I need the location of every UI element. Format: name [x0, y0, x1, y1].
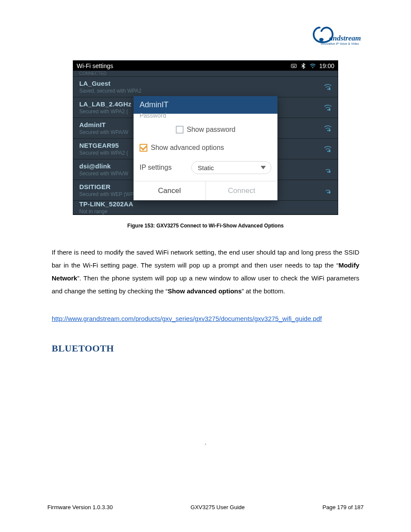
show-advanced-label: Show advanced options	[151, 144, 224, 152]
wifi-network-list: CONNECTED LA_GuestSaved, secured with WP…	[73, 71, 338, 215]
footer-firmware: Firmware Version 1.0.3.30	[47, 504, 113, 510]
wifi-signal-icon	[323, 83, 333, 91]
svg-point-18	[327, 192, 329, 193]
ssid-label: LA_Guest	[79, 80, 323, 87]
ip-settings-value: Static	[198, 164, 214, 171]
svg-rect-19	[329, 191, 330, 193]
ip-settings-select[interactable]: Static	[191, 161, 271, 174]
dialog-title: AdminIT	[134, 96, 277, 114]
ssid-label: TP-LINK_5202AA	[79, 200, 333, 208]
svg-rect-3	[292, 65, 293, 66]
svg-rect-13	[329, 129, 330, 131]
show-password-label: Show password	[187, 126, 236, 134]
connect-button[interactable]: Connect	[206, 181, 278, 200]
svg-rect-6	[293, 66, 295, 67]
dropdown-caret-icon	[261, 166, 266, 169]
footer-page: Page 179 of 187	[323, 504, 364, 510]
screen-title: Wi-Fi settings	[77, 62, 113, 69]
svg-text:andstream: andstream	[329, 34, 361, 42]
svg-point-10	[327, 109, 329, 110]
wifi-signal-icon	[323, 103, 333, 112]
bluetooth-icon	[300, 63, 306, 69]
svg-rect-9	[329, 88, 330, 90]
wifi-settings-screenshot: Wi-Fi settings 19:00 CONNECTED LA_GuestS…	[73, 60, 338, 215]
wifi-status-icon	[310, 63, 316, 69]
list-header-cut: CONNECTED	[73, 71, 338, 77]
figure-caption: Figure 153: GXV3275 Connect to Wi-Fi-Sho…	[47, 223, 364, 229]
svg-point-8	[327, 88, 329, 90]
svg-rect-11	[329, 109, 330, 111]
stray-comma: ,	[47, 440, 364, 445]
section-heading-bluetooth: BLUETOOTH	[52, 343, 359, 354]
wifi-row[interactable]: TP-LINK_5202AANot in range	[73, 201, 338, 215]
svg-point-0	[319, 38, 324, 41]
svg-point-7	[312, 67, 314, 68]
svg-rect-4	[293, 65, 294, 66]
footer-title: GXV3275 User Guide	[190, 504, 245, 510]
paragraph-modify-network: If there is need to modify the saved WiF…	[52, 246, 359, 298]
wifi-signal-icon	[323, 186, 333, 195]
ssid-sub: Saved, secured with WPA2	[79, 88, 323, 94]
connect-dialog: AdminIT Password Show password Show adva…	[134, 96, 277, 200]
show-advanced-checkbox[interactable]	[140, 144, 147, 152]
status-bar: Wi-Fi settings 19:00	[73, 61, 338, 71]
ip-settings-label: IP settings	[140, 164, 187, 171]
keyboard-icon	[291, 63, 297, 69]
svg-rect-17	[329, 171, 330, 173]
cancel-button[interactable]: Cancel	[134, 181, 206, 200]
wifi-signal-icon	[323, 124, 333, 133]
svg-point-16	[327, 171, 329, 172]
svg-rect-15	[329, 150, 330, 152]
page-footer: Firmware Version 1.0.3.30 GXV3275 User G…	[47, 504, 364, 510]
ssid-sub: Not in range	[79, 208, 333, 215]
clock: 19:00	[319, 62, 334, 69]
show-password-checkbox[interactable]	[176, 126, 184, 134]
password-label: Password	[140, 112, 271, 119]
wifi-guide-link[interactable]: http://www.grandstream.com/products/gxv_…	[52, 315, 359, 322]
svg-rect-5	[295, 65, 296, 66]
svg-point-12	[327, 130, 329, 131]
brand-logo: andstream Innovative IP Voice & Video	[312, 25, 368, 49]
wifi-signal-icon	[323, 145, 333, 153]
svg-point-14	[327, 150, 329, 152]
wifi-row[interactable]: LA_GuestSaved, secured with WPA2	[73, 77, 338, 97]
wifi-signal-icon	[323, 165, 333, 174]
svg-rect-2	[291, 64, 296, 68]
